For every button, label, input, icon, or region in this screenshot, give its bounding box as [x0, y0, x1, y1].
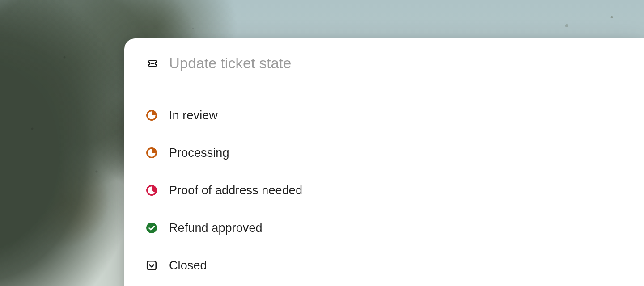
state-option-in-review[interactable]: In review [146, 100, 635, 131]
third-pie-icon [146, 185, 157, 196]
state-option-label: Refund approved [169, 221, 263, 235]
state-option-label: Processing [169, 146, 229, 160]
archive-check-icon [146, 260, 157, 271]
quarter-pie-icon [146, 147, 157, 159]
state-option-processing[interactable]: Processing [146, 137, 635, 168]
svg-rect-5 [147, 261, 156, 270]
command-palette-panel: In review Processing Proof of address ne… [124, 38, 644, 286]
ticket-icon [146, 57, 159, 70]
command-palette-search-row [124, 38, 644, 88]
state-option-label: Closed [169, 259, 207, 273]
check-circle-icon [146, 222, 157, 234]
svg-rect-0 [151, 63, 154, 64]
command-palette-input[interactable] [169, 55, 635, 72]
state-option-list: In review Processing Proof of address ne… [124, 88, 644, 286]
state-option-label: Proof of address needed [169, 184, 302, 198]
state-option-refund-approved[interactable]: Refund approved [146, 212, 635, 244]
svg-point-4 [146, 223, 157, 233]
state-option-proof-of-address[interactable]: Proof of address needed [146, 175, 635, 206]
state-option-label: In review [169, 109, 218, 122]
state-option-closed[interactable]: Closed [146, 250, 635, 281]
quarter-pie-icon [146, 109, 157, 121]
